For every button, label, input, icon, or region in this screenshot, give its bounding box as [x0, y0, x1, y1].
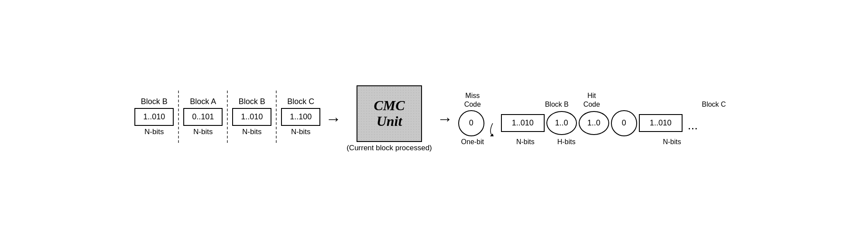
block-b2-bits: N-bits — [242, 128, 261, 136]
divider-2 — [227, 91, 228, 143]
h-bits-label: H-bits — [549, 138, 584, 146]
diagram: Block B 1..010 N-bits Block A 0..101 N-b… — [134, 81, 734, 152]
block-b2-box: 1..010 — [232, 108, 271, 126]
output-block-c-box: 1..010 — [639, 114, 683, 132]
block-c-label: Block C — [287, 97, 314, 106]
divider-3 — [276, 91, 277, 143]
miss-code-item: 0 — [458, 110, 484, 136]
block-b1-box: 1..010 — [134, 108, 174, 126]
block-b2-label: Block B — [239, 97, 265, 106]
input-block-a: Block A 0..101 N-bits — [183, 97, 223, 136]
arrow-to-cmc: → — [326, 110, 341, 128]
curved-arrow-miss — [486, 110, 499, 136]
hit-code-oval-2: 1..0 — [579, 111, 609, 135]
cmc-box: CMCUnit — [357, 85, 422, 142]
output-row: 0 1..010 — [458, 110, 698, 136]
cmc-title: CMCUnit — [374, 98, 405, 128]
output-block-c: 1..010 — [639, 114, 683, 132]
block-b1-bits: N-bits — [144, 128, 164, 136]
zero-item: 0 — [611, 110, 637, 136]
output-block-b: 1..010 — [501, 114, 545, 132]
divider-1 — [178, 91, 179, 143]
block-c-bits: N-bits — [291, 128, 310, 136]
cmc-wrapper: CMCUnit (Current block processed) — [347, 81, 432, 152]
hit-code-label-top: HitCode — [574, 91, 609, 108]
miss-code-oval: 0 — [458, 110, 484, 136]
block-c-box: 1..100 — [281, 108, 320, 126]
block-c-output-label: Block C — [694, 100, 734, 108]
hit-code-item-2: 1..0 — [579, 111, 609, 135]
input-block-b1: Block B 1..010 N-bits — [134, 97, 174, 136]
block-a-box: 0..101 — [183, 108, 223, 126]
block-c-bits-label: N-bits — [650, 138, 694, 146]
zero-oval: 0 — [611, 110, 637, 136]
miss-code-label-top: MissCode — [458, 91, 487, 108]
output-block-b-box: 1..010 — [501, 114, 545, 132]
cmc-subtitle: (Current block processed) — [347, 144, 432, 152]
hit-code-item-1: 1..0 — [546, 111, 577, 135]
zero-value: 0 — [622, 118, 626, 128]
one-bit-label: One-bit — [458, 138, 487, 146]
input-block-c: Block C 1..100 N-bits — [281, 97, 320, 136]
arrow-from-cmc: → — [437, 110, 453, 128]
hit-code-oval-1: 1..0 — [546, 111, 577, 135]
miss-code-value: 0 — [469, 118, 473, 128]
block-b-bits-label: N-bits — [504, 138, 547, 146]
ellipsis: ... — [688, 118, 698, 132]
hit-code-value-2: 1..0 — [587, 118, 600, 128]
block-b-output-label: Block B — [539, 100, 574, 108]
input-block-b2: Block B 1..010 N-bits — [232, 97, 271, 136]
block-b1-label: Block B — [141, 97, 168, 106]
block-a-bits: N-bits — [193, 128, 213, 136]
hit-code-value-1: 1..0 — [555, 118, 568, 128]
block-a-label: Block A — [190, 97, 216, 106]
